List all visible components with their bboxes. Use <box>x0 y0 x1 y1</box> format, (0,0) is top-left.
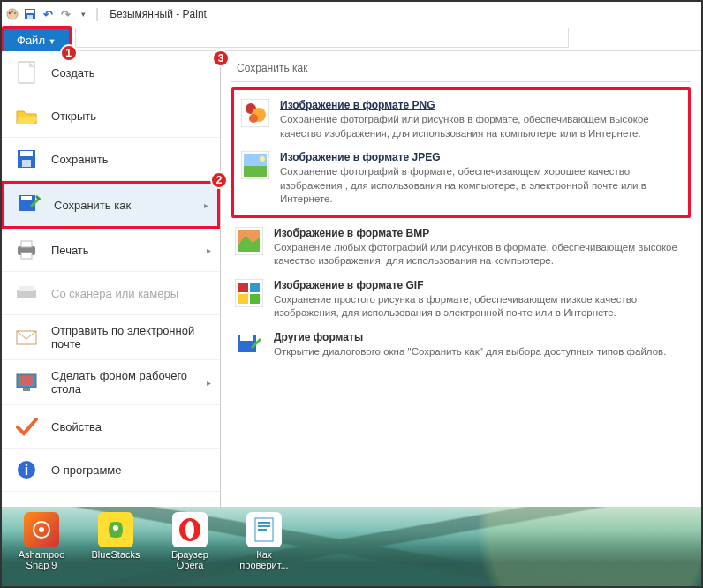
undo-icon[interactable]: ↶ <box>41 7 55 21</box>
desktop-icon <box>14 370 39 395</box>
menu-label: Печать <box>51 244 89 257</box>
submenu-title-text: Изображение в формате JPEG <box>280 151 681 163</box>
chevron-right-icon: ▸ <box>204 200 208 210</box>
svg-rect-37 <box>238 294 248 304</box>
svg-rect-47 <box>258 522 270 524</box>
highlighted-formats-box: Изображение в формате PNGСохранение фото… <box>231 87 691 218</box>
email-icon <box>14 325 39 350</box>
document-icon <box>246 512 282 547</box>
svg-rect-36 <box>250 283 260 292</box>
menu-label: Сделать фоном рабочего стола <box>51 369 208 396</box>
menu-label: Свойства <box>51 420 102 433</box>
callout-badge-3: 3 <box>212 49 230 67</box>
submenu-heading: Сохранить как <box>231 58 691 82</box>
save-as-icon <box>17 192 42 217</box>
menu-item-print[interactable]: Печать ▸ <box>2 229 220 272</box>
chevron-right-icon: ▸ <box>207 245 211 255</box>
opera-icon <box>172 512 208 547</box>
window-title: Безымянный - Paint <box>110 8 207 20</box>
submenu-title-text: Изображение в формате GIF <box>274 279 687 291</box>
submenu-desc: Сохранение фотографий в формате, обеспеч… <box>280 165 681 207</box>
menu-label: Со сканера или камеры <box>51 287 178 300</box>
png-icon <box>241 99 269 127</box>
desktop-icon-bluestacks[interactable]: BlueStacks <box>87 512 145 560</box>
svg-rect-20 <box>19 376 34 386</box>
ribbon-empty-area <box>75 28 569 48</box>
new-file-icon <box>14 60 39 85</box>
ribbon-tabs: Файл ▼ 1 <box>2 26 701 51</box>
submenu-desc: Сохранение любых фотографий или рисунков… <box>274 241 687 268</box>
chevron-right-icon: ▸ <box>207 378 211 388</box>
desktop-icon-ashampoo[interactable]: Ashampoo Snap 9 <box>12 512 71 570</box>
svg-point-1 <box>9 12 11 15</box>
scanner-icon <box>14 281 39 305</box>
svg-rect-12 <box>21 196 32 200</box>
menu-label: Сохранить как <box>54 199 131 212</box>
submenu-item-bmp[interactable]: Изображение в формате BMPСохранение любы… <box>231 222 691 274</box>
svg-rect-9 <box>20 151 33 156</box>
menu-label: О программе <box>51 464 122 477</box>
svg-point-43 <box>113 525 118 531</box>
callout-badge-2: 2 <box>210 171 228 189</box>
svg-rect-38 <box>250 294 260 304</box>
desktop-label: Как проверит... <box>235 549 293 570</box>
menu-item-scanner: Со сканера или камеры <box>2 272 220 315</box>
submenu-item-other[interactable]: Другие форматыОткрытие диалогового окна … <box>231 326 691 365</box>
svg-rect-6 <box>27 15 33 19</box>
submenu-title-text: Другие форматы <box>274 331 666 343</box>
bluestacks-icon <box>98 512 133 547</box>
qat-dropdown-icon[interactable]: ▾ <box>76 7 90 21</box>
svg-point-2 <box>11 11 14 13</box>
submenu-item-jpeg[interactable]: Изображение в формате JPEGСохранение фот… <box>238 146 684 212</box>
svg-rect-21 <box>23 388 30 391</box>
menu-label: Открыть <box>51 109 96 123</box>
svg-rect-49 <box>258 529 267 531</box>
svg-point-3 <box>14 12 17 15</box>
save-icon[interactable] <box>23 7 37 21</box>
menu-label: Сохранить <box>51 153 109 166</box>
desktop-icon-check[interactable]: Как проверит... <box>235 512 293 570</box>
svg-point-42 <box>39 527 44 532</box>
gif-icon <box>235 279 263 307</box>
desktop-icon-opera[interactable]: Браузер Opera <box>161 512 219 570</box>
desktop-label: BlueStacks <box>91 549 140 560</box>
other-formats-icon <box>235 331 263 359</box>
title-bar: ↶ ↷ ▾ | Безымянный - Paint <box>2 2 701 26</box>
svg-rect-30 <box>244 166 267 177</box>
menu-label: Отправить по электронной почте <box>51 324 208 351</box>
redo-icon[interactable]: ↷ <box>58 7 72 21</box>
menu-item-wallpaper[interactable]: Сделать фоном рабочего стола ▸ <box>2 360 220 405</box>
svg-rect-14 <box>21 241 32 247</box>
svg-rect-15 <box>21 253 32 259</box>
menu-item-about[interactable]: i О программе <box>2 449 220 492</box>
menu-item-save-as[interactable]: Сохранить как ▸ 2 <box>2 181 220 229</box>
svg-rect-40 <box>240 335 253 341</box>
open-folder-icon <box>14 103 39 128</box>
svg-point-31 <box>260 156 265 162</box>
svg-point-27 <box>249 114 258 123</box>
file-tab[interactable]: Файл ▼ 1 <box>2 26 72 54</box>
menu-item-email[interactable]: Отправить по электронной почте <box>2 315 220 360</box>
menu-item-save[interactable]: Сохранить <box>2 138 220 181</box>
submenu-item-png[interactable]: Изображение в формате PNGСохранение фото… <box>238 94 684 146</box>
save-disk-icon <box>14 147 39 171</box>
submenu-title-text: Изображение в формате BMP <box>274 227 687 239</box>
desktop-background: Ashampoo Snap 9 BlueStacks Браузер Opera… <box>2 507 701 586</box>
svg-text:i: i <box>25 463 28 478</box>
submenu-desc: Открытие диалогового окна "Сохранить как… <box>274 345 666 359</box>
jpeg-icon <box>241 151 269 179</box>
submenu-desc: Сохранение простого рисунка в формате, о… <box>274 293 687 320</box>
menu-item-open[interactable]: Открыть <box>2 94 220 138</box>
submenu-title-text: Изображение в формате PNG <box>280 99 681 111</box>
svg-rect-35 <box>238 283 248 292</box>
menu-item-create[interactable]: Создать <box>2 51 220 94</box>
qat-palette-icon[interactable] <box>5 7 19 21</box>
checkmark-icon <box>14 414 39 439</box>
menu-item-properties[interactable]: Свойства <box>2 405 220 449</box>
bmp-icon <box>235 227 263 255</box>
svg-rect-17 <box>19 286 34 291</box>
submenu-item-gif[interactable]: Изображение в формате GIFСохранение прос… <box>231 274 691 326</box>
separator: | <box>95 6 99 22</box>
desktop-label: Ashampoo Snap 9 <box>12 549 71 570</box>
printer-icon <box>14 237 39 262</box>
